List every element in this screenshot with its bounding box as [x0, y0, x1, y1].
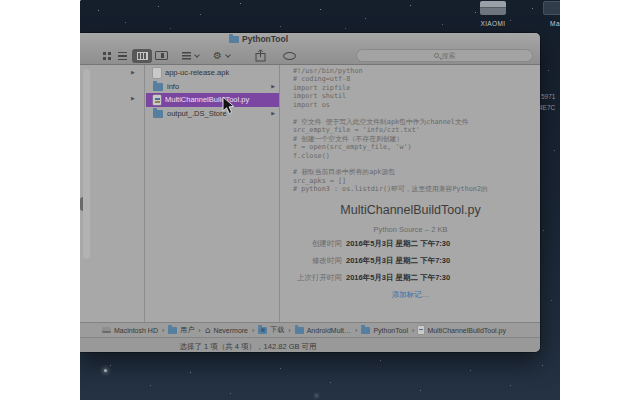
column-view-button[interactable]: [132, 46, 152, 65]
toolbar: ⚙ 搜索: [80, 46, 540, 65]
list-view-icon: [118, 52, 127, 60]
search-field[interactable]: 搜索: [356, 49, 533, 62]
mouse-cursor: [222, 96, 235, 115]
code-line: src_apks = []: [293, 177, 540, 185]
path-item[interactable]: MultiChannelBuildTool.py: [418, 326, 506, 334]
tag-icon: [283, 52, 296, 60]
drive-icon: [102, 327, 111, 333]
file-row[interactable]: app-uc-release.apk ▶: [146, 66, 279, 80]
file-name: info: [167, 82, 267, 91]
folder-icon: [153, 110, 163, 118]
icon-view-button[interactable]: [103, 46, 111, 65]
path-item[interactable]: AndroidMult…: [295, 327, 351, 334]
folder-icon: [168, 327, 177, 334]
info-value: 2016年5月3日 星期二 下午7:30: [346, 239, 450, 249]
file-info-row: 创建时间2016年5月3日 星期二 下午7:30: [281, 239, 540, 249]
info-value: 2016年5月3日 星期二 下午7:30: [346, 256, 450, 266]
desktop-icon-label: Ma: [535, 20, 560, 27]
file-row[interactable]: output_.DS_Store ▶: [146, 107, 279, 121]
path-item[interactable]: ⌂ Nevermore: [205, 326, 248, 334]
path-bar: Macintosh HD › 用户 › ⌂ Nevermore › 下载 › A…: [80, 322, 540, 337]
path-separator-icon: ›: [288, 327, 290, 334]
window-title: PythonTool: [242, 34, 288, 44]
action-menu-button[interactable]: ⚙: [213, 46, 230, 65]
path-item-label: Macintosh HD: [114, 327, 158, 334]
add-tags-link[interactable]: 添加标记…: [281, 290, 540, 300]
file-info-row: 修改时间2016年5月3日 星期二 下午7:30: [281, 256, 540, 266]
hard-drive-icon: [543, 1, 560, 15]
preview-column: #!/usr/bin/python# coding=utf-8import zi…: [281, 65, 540, 322]
code-line: [293, 160, 540, 168]
code-line: # python3 : os.listdir()即可，这里使用兼容Python2…: [293, 185, 540, 193]
code-line: import zipfile: [293, 84, 540, 92]
arrange-icon: [182, 52, 191, 60]
file-row[interactable]: MultiChannelBuildTool.py ▶: [146, 93, 279, 107]
coverflow-icon: [155, 51, 168, 60]
desktop-text-fragment: 4E7C: [539, 104, 555, 111]
path-item[interactable]: PythonTool: [361, 327, 408, 334]
code-line: # 获取当前目录中所有的apk源包: [293, 168, 540, 176]
home-icon: ⌂: [205, 326, 211, 334]
folder-icon: [295, 327, 304, 334]
gear-icon: ⚙: [213, 51, 222, 61]
folder-icon: [229, 36, 239, 43]
path-item-label: AndroidMult…: [307, 327, 351, 334]
chevron-right-icon: ▶: [131, 69, 135, 75]
tags-button[interactable]: [283, 46, 296, 65]
file-name: MultiChannelBuildTool.py: [165, 95, 267, 104]
search-icon: [434, 53, 439, 58]
file-name: app-uc-release.apk: [165, 68, 267, 77]
screen-frame: XIAOMI Ma 5971 4E7C PythonTool: [80, 0, 560, 400]
grid-view-icon: [103, 52, 111, 60]
info-label: 修改时间: [281, 256, 342, 266]
file-info-panel: MultiChannelBuildTool.py Python Source –…: [281, 203, 540, 300]
folder-icon: [361, 327, 370, 334]
info-label: 上次打开时间: [281, 273, 342, 283]
chevron-right-icon: ▶: [271, 110, 275, 116]
code-line: # 空文件 便于写入此空文件到apk包中作为channel文件: [293, 118, 540, 126]
chevron-right-icon: ▶: [271, 83, 275, 89]
preview-file-kind: Python Source – 2 KB: [281, 225, 540, 234]
preview-file-title: MultiChannelBuildTool.py: [281, 203, 540, 217]
info-value: 2016年5月3日 星期二 下午7:30: [346, 273, 450, 283]
share-icon: [255, 49, 266, 62]
path-item-label: Nevermore: [213, 327, 248, 334]
path-separator-icon: ›: [252, 327, 254, 334]
share-button[interactable]: [255, 46, 266, 65]
path-item-label: MultiChannelBuildTool.py: [427, 327, 506, 334]
title-bar[interactable]: PythonTool: [80, 33, 540, 46]
path-separator-icon: ›: [162, 327, 164, 334]
python-file-icon: [418, 326, 424, 334]
path-item[interactable]: Macintosh HD: [102, 327, 158, 334]
search-placeholder: 搜索: [442, 51, 456, 61]
info-label: 创建时间: [281, 239, 342, 249]
column-view-icon: [132, 49, 152, 63]
code-line: [293, 109, 540, 117]
path-separator-icon: ›: [412, 327, 414, 334]
file-info-table: 创建时间2016年5月3日 星期二 下午7:30修改时间2016年5月3日 星期…: [281, 239, 540, 283]
bright-star: [104, 369, 107, 372]
chevron-right-icon: ▶: [131, 95, 135, 101]
path-item[interactable]: 下载: [258, 325, 284, 335]
desktop-icon-xiaomi[interactable]: XIAOMI: [470, 1, 516, 27]
parent-column: ▶ ▶: [80, 65, 145, 322]
arrange-button[interactable]: [182, 46, 199, 65]
chevron-down-icon: [194, 52, 200, 58]
canvas: XIAOMI Ma 5971 4E7C PythonTool: [0, 0, 640, 400]
file-name: output_.DS_Store: [167, 109, 267, 118]
finder-window: PythonTool ⚙: [80, 33, 540, 352]
path-item[interactable]: 用户: [168, 325, 194, 335]
path-item-label: PythonTool: [373, 327, 408, 334]
path-separator-icon: ›: [355, 327, 357, 334]
scrollbar-track[interactable]: [83, 69, 90, 259]
coverflow-view-button[interactable]: [155, 46, 168, 65]
list-view-button[interactable]: [118, 46, 127, 65]
external-drive-icon: [480, 1, 506, 15]
document-icon: [153, 68, 161, 78]
chevron-down-icon: [225, 52, 231, 58]
desktop-icon-label: XIAOMI: [470, 20, 516, 27]
status-text: 选择了 1 项（共 4 项），142.82 GB 可用: [179, 342, 316, 352]
file-row[interactable]: info ▶: [146, 80, 279, 94]
code-line: #!/usr/bin/python: [293, 67, 540, 75]
desktop-icon-macintosh[interactable]: Ma: [535, 1, 560, 27]
